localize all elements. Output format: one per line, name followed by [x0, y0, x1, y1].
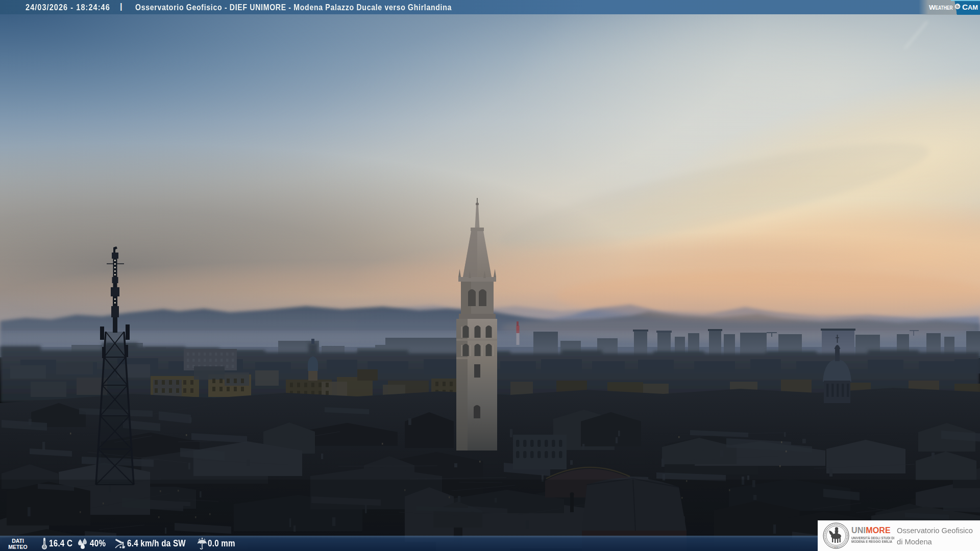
svg-text:AM: AM — [968, 4, 978, 11]
svg-text:C: C — [962, 3, 968, 11]
svg-text:1175: 1175 — [834, 546, 838, 548]
svg-text:EATHER: EATHER — [936, 5, 953, 11]
svg-text:W: W — [929, 4, 936, 11]
